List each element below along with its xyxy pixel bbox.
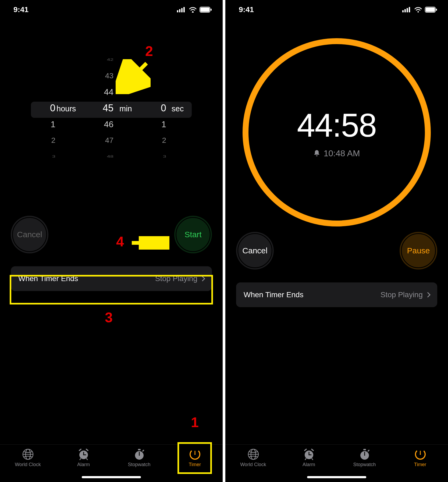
svg-rect-30 — [409, 7, 410, 12]
timer-remaining: 44:58 — [297, 107, 376, 144]
globe-icon — [22, 448, 34, 460]
tab-timer[interactable]: Timer — [171, 448, 219, 467]
picker-col-hours[interactable]: 0 1 2 3 hours — [31, 62, 84, 154]
wifi-icon — [189, 7, 197, 13]
svg-rect-28 — [404, 9, 406, 12]
screenshot-timer-setup: 9:41 2 — [0, 0, 223, 482]
status-icons — [177, 7, 212, 13]
status-bar: 9:41 — [225, 0, 448, 19]
svg-rect-6 — [200, 8, 209, 12]
svg-line-19 — [87, 459, 87, 460]
tab-alarm[interactable]: Alarm — [285, 448, 333, 467]
pause-button[interactable]: Pause — [400, 232, 437, 270]
when-timer-ends-row[interactable]: When Timer Ends Stop Playing — [236, 282, 437, 307]
battery-icon — [425, 7, 437, 13]
svg-line-41 — [305, 449, 306, 451]
svg-line-17 — [86, 449, 88, 451]
svg-rect-33 — [426, 8, 435, 12]
svg-line-18 — [80, 459, 81, 460]
control-row: Cancel Start — [0, 216, 223, 253]
annotation-3: 3 — [105, 310, 113, 325]
status-bar: 9:41 — [0, 0, 223, 19]
svg-rect-34 — [436, 9, 437, 11]
status-icons — [402, 7, 437, 13]
picker-col-min[interactable]: 42 43 44 45 46 47 48 min — [84, 62, 138, 154]
tab-bar: World Clock Alarm Stopwatch Timer — [225, 444, 448, 482]
battery-icon — [200, 7, 212, 13]
svg-rect-0 — [177, 10, 178, 12]
svg-line-44 — [312, 459, 313, 460]
tab-stopwatch[interactable]: Stopwatch — [115, 448, 163, 467]
bell-icon — [313, 150, 320, 157]
picker-sec-selected: 0 — [161, 100, 166, 116]
start-button[interactable]: Start — [174, 216, 212, 253]
chevron-right-icon — [425, 292, 431, 297]
svg-point-51 — [420, 454, 421, 455]
stopwatch-icon — [359, 448, 371, 460]
status-time: 9:41 — [13, 5, 29, 14]
svg-line-43 — [305, 459, 306, 460]
svg-point-4 — [192, 11, 194, 13]
timer-ring: 44:58 10:48 AM — [243, 38, 431, 226]
when-timer-ends-label: When Timer Ends — [244, 290, 304, 299]
svg-line-42 — [312, 449, 313, 451]
tab-stopwatch[interactable]: Stopwatch — [340, 448, 389, 467]
svg-rect-3 — [183, 7, 185, 12]
cancel-button[interactable]: Cancel — [236, 232, 274, 270]
timer-icon — [414, 448, 426, 460]
picker-hours-selected: 0 — [50, 100, 55, 116]
picker-sec-label: sec — [172, 104, 184, 113]
timer-icon — [189, 448, 201, 460]
globe-icon — [247, 448, 259, 460]
svg-line-16 — [79, 449, 81, 451]
when-timer-ends-row[interactable]: When Timer Ends Stop Playing — [11, 266, 212, 291]
home-indicator[interactable] — [307, 476, 366, 478]
svg-rect-29 — [407, 8, 408, 12]
when-timer-ends-value: Stop Playing — [381, 290, 430, 299]
cellular-icon — [402, 7, 411, 12]
tab-world-clock[interactable]: World Clock — [229, 448, 278, 467]
svg-line-23 — [143, 450, 144, 451]
timer-display: 44:58 10:48 AM — [225, 33, 448, 232]
svg-rect-27 — [402, 10, 404, 12]
chevron-right-icon — [200, 276, 205, 281]
tab-alarm[interactable]: Alarm — [59, 448, 108, 467]
cellular-icon — [177, 7, 186, 12]
annotation-1: 1 — [191, 414, 199, 430]
tab-world-clock[interactable]: World Clock — [4, 448, 52, 467]
timer-ends-at: 10:48 AM — [313, 148, 360, 158]
svg-point-31 — [418, 11, 419, 13]
svg-point-26 — [194, 454, 195, 455]
picker-min-label: min — [119, 104, 132, 113]
status-time: 9:41 — [239, 5, 254, 14]
alarm-icon — [303, 448, 315, 460]
svg-rect-22 — [138, 449, 141, 450]
annotation-2: 2 — [145, 43, 153, 59]
alarm-icon — [78, 448, 90, 460]
cancel-button[interactable]: Cancel — [11, 216, 48, 253]
tab-bar: World Clock Alarm Stopwatch Timer — [0, 444, 223, 482]
svg-line-48 — [368, 450, 369, 451]
svg-rect-1 — [179, 9, 180, 12]
picker-min-selected: 45 — [103, 100, 113, 116]
svg-rect-7 — [211, 9, 212, 11]
svg-rect-47 — [363, 449, 366, 450]
control-row: Cancel Pause — [225, 232, 448, 270]
home-indicator[interactable] — [82, 476, 141, 478]
picker-col-sec[interactable]: 0 1 2 3 sec — [138, 62, 192, 154]
duration-picker[interactable]: 0 1 2 3 hours 42 43 44 45 46 47 — [0, 62, 223, 154]
picker-hours-label: hours — [56, 104, 76, 113]
tab-timer[interactable]: Timer — [396, 448, 445, 467]
stopwatch-icon — [133, 448, 145, 460]
svg-rect-2 — [181, 8, 183, 12]
when-timer-ends-label: When Timer Ends — [18, 274, 78, 283]
wifi-icon — [414, 7, 422, 13]
when-timer-ends-value: Stop Playing — [155, 274, 204, 283]
screenshot-timer-running: 9:41 44:58 10:48 AM Cancel Pause — [225, 0, 448, 482]
